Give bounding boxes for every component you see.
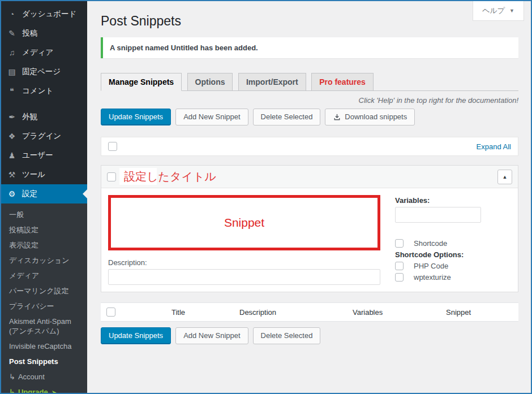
success-notice: A snippet named Untitled has been added. bbox=[101, 37, 518, 58]
dashboard-icon: ◔ bbox=[7, 10, 17, 19]
submenu-item-invisible-recaptcha[interactable]: Invisible reCaptcha bbox=[1, 339, 87, 354]
wptexturize-label: wptexturize bbox=[414, 273, 451, 282]
delete-selected-button-bottom[interactable]: Delete Selected bbox=[253, 327, 321, 344]
php-code-checkbox[interactable] bbox=[395, 262, 404, 270]
sidebar-item-plugins[interactable]: ❖ プラグイン bbox=[1, 127, 87, 146]
upgrade-arrow-icon: ➤ bbox=[52, 389, 57, 394]
sidebar-item-pages[interactable]: ▤ 固定ページ bbox=[1, 62, 87, 81]
variables-input[interactable] bbox=[395, 207, 481, 223]
help-label: ヘルプ bbox=[482, 6, 505, 16]
column-header-description: Description bbox=[239, 308, 353, 317]
media-icon: ♫ bbox=[7, 48, 17, 57]
description-label: Description: bbox=[108, 258, 380, 267]
sidebar-item-comments[interactable]: ❝ コメント bbox=[1, 81, 87, 101]
sidebar-item-media[interactable]: ♫ メディア bbox=[1, 43, 87, 62]
download-snippets-button[interactable]: Download snippets bbox=[325, 109, 415, 125]
collapse-button[interactable]: ▲ bbox=[497, 170, 512, 184]
snippet-panel: 設定したタイトル ▲ Snippet Description: Variable… bbox=[101, 165, 518, 292]
snippet-panel-body: Snippet Description: Variables: Shortcod… bbox=[101, 188, 518, 292]
submenu-item-upgrade[interactable]: ↳Upgrade➤ bbox=[1, 384, 87, 394]
sidebar-item-settings[interactable]: ⚙ 設定 bbox=[1, 184, 87, 204]
main-content: ヘルプ ▼ Post Snippets A snippet named Unti… bbox=[87, 1, 531, 393]
submenu-item-label: Account bbox=[18, 373, 45, 381]
wptexturize-checkbox[interactable] bbox=[395, 273, 404, 282]
branch-arrow-icon: ↳ bbox=[9, 388, 15, 394]
sidebar-item-tools[interactable]: ⚒ ツール bbox=[1, 165, 87, 184]
shortcode-option-row: Shortcode bbox=[395, 239, 511, 248]
pin-icon: ✎ bbox=[7, 29, 17, 38]
page-title: Post Snippets bbox=[101, 14, 518, 29]
help-dropdown-button[interactable]: ヘルプ ▼ bbox=[473, 1, 524, 21]
select-all-bar: Expand All bbox=[101, 137, 518, 156]
branch-arrow-icon: ↳ bbox=[9, 373, 15, 381]
snippet-checkbox[interactable] bbox=[107, 172, 116, 181]
submenu-item-label: Upgrade bbox=[18, 388, 48, 394]
download-icon bbox=[333, 113, 341, 122]
help-hint-text: Click 'Help' in the top right for the do… bbox=[101, 96, 518, 105]
submenu-item-discussion[interactable]: ディスカッション bbox=[1, 253, 87, 268]
variables-label: Variables: bbox=[395, 196, 511, 205]
submenu-item-akismet[interactable]: Akismet Anti-Spam (アンチスパム) bbox=[1, 314, 87, 339]
tab-pro-features[interactable]: Pro features bbox=[311, 73, 374, 91]
submenu-item-privacy[interactable]: プライバシー bbox=[1, 298, 87, 314]
snippet-textarea[interactable]: Snippet bbox=[108, 195, 380, 250]
submenu-item-reading[interactable]: 表示設定 bbox=[1, 237, 87, 253]
column-header-snippet: Snippet bbox=[446, 308, 518, 317]
sidebar-item-label: 設定 bbox=[22, 189, 37, 199]
add-new-snippet-button[interactable]: Add New Snippet bbox=[175, 109, 248, 125]
sidebar-item-label: ダッシュボード bbox=[22, 9, 76, 19]
table-select-all-checkbox[interactable] bbox=[106, 308, 115, 317]
admin-sidebar: ◔ ダッシュボード ✎ 投稿 ♫ メディア ▤ 固定ページ ❝ コメント ✒ 外… bbox=[1, 1, 87, 393]
sidebar-item-label: 固定ページ bbox=[22, 67, 61, 77]
bottom-toolbar: Update Snippets Add New Snippet Delete S… bbox=[101, 327, 518, 344]
tab-bar: Manage Snippets Options Import/Export Pr… bbox=[101, 73, 518, 91]
submenu-item-account[interactable]: ↳Account bbox=[1, 369, 87, 384]
submenu-item-post-snippets[interactable]: Post Snippets bbox=[1, 354, 87, 369]
notice-text: A snippet named Untitled has been added. bbox=[110, 44, 258, 52]
comment-icon: ❝ bbox=[7, 86, 17, 96]
snippet-left-column: Snippet Description: bbox=[108, 195, 380, 285]
snippet-annotation-text: Snippet bbox=[224, 216, 264, 230]
update-snippets-button[interactable]: Update Snippets bbox=[101, 109, 171, 125]
user-icon: ♟ bbox=[7, 151, 17, 160]
submenu-item-permalinks[interactable]: パーマリンク設定 bbox=[1, 283, 87, 298]
php-code-label: PHP Code bbox=[414, 262, 448, 270]
sidebar-item-users[interactable]: ♟ ユーザー bbox=[1, 146, 87, 165]
column-header-title: Title bbox=[171, 308, 239, 317]
chevron-down-icon: ▼ bbox=[509, 8, 514, 14]
shortcode-options-label: Shortcode Options: bbox=[395, 250, 511, 259]
select-all-checkbox[interactable] bbox=[108, 142, 117, 151]
sidebar-item-posts[interactable]: ✎ 投稿 bbox=[1, 24, 87, 43]
tab-manage-snippets[interactable]: Manage Snippets bbox=[101, 73, 182, 91]
column-header-variables: Variables bbox=[353, 308, 446, 317]
sidebar-item-label: プラグイン bbox=[22, 131, 61, 141]
wrench-icon: ⚒ bbox=[7, 170, 17, 179]
sidebar-item-appearance[interactable]: ✒ 外観 bbox=[1, 107, 87, 127]
expand-all-link[interactable]: Expand All bbox=[477, 142, 511, 151]
delete-selected-button[interactable]: Delete Selected bbox=[253, 109, 321, 125]
sidebar-item-label: コメント bbox=[22, 86, 53, 96]
brush-icon: ✒ bbox=[7, 112, 17, 122]
wptexturize-option-row: wptexturize bbox=[395, 273, 511, 282]
submenu-item-general[interactable]: 一般 bbox=[1, 207, 87, 222]
admin-menu: ◔ ダッシュボード ✎ 投稿 ♫ メディア ▤ 固定ページ ❝ コメント ✒ 外… bbox=[1, 1, 87, 204]
tab-options[interactable]: Options bbox=[187, 73, 233, 91]
submenu-item-writing[interactable]: 投稿設定 bbox=[1, 222, 87, 237]
sidebar-item-label: ユーザー bbox=[22, 150, 53, 161]
submenu-item-media[interactable]: メディア bbox=[1, 268, 87, 283]
php-code-option-row: PHP Code bbox=[395, 262, 511, 270]
shortcode-label: Shortcode bbox=[414, 239, 447, 248]
tab-import-export[interactable]: Import/Export bbox=[238, 73, 306, 91]
snippet-title-annotation: 設定したタイトル bbox=[124, 169, 216, 184]
triangle-up-icon: ▲ bbox=[503, 174, 508, 180]
download-label: Download snippets bbox=[345, 112, 407, 122]
description-input[interactable] bbox=[108, 269, 380, 285]
snippet-right-column: Variables: Shortcode Shortcode Options: … bbox=[395, 195, 511, 285]
sidebar-item-dashboard[interactable]: ◔ ダッシュボード bbox=[1, 5, 87, 24]
shortcode-checkbox[interactable] bbox=[395, 239, 404, 248]
sidebar-item-label: 投稿 bbox=[22, 28, 37, 38]
update-snippets-button-bottom[interactable]: Update Snippets bbox=[101, 327, 171, 344]
add-new-snippet-button-bottom[interactable]: Add New Snippet bbox=[175, 327, 248, 344]
snippet-panel-header: 設定したタイトル ▲ bbox=[101, 166, 518, 188]
pages-icon: ▤ bbox=[7, 67, 17, 76]
